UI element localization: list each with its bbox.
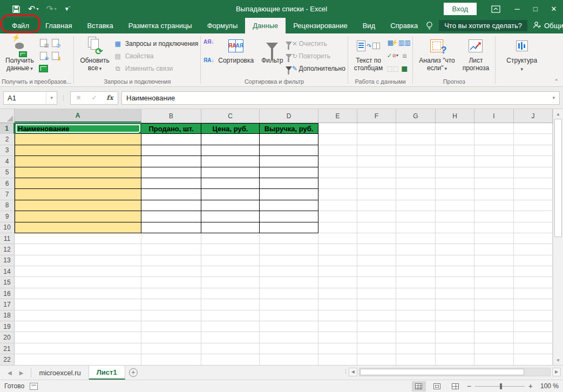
cell-H4[interactable]	[436, 156, 474, 167]
zoom-out-icon[interactable]: −	[467, 382, 471, 390]
edit-links-item[interactable]: ⧉ Изменить связи	[113, 62, 199, 75]
cell-F14[interactable]	[357, 266, 396, 277]
cell-G7[interactable]	[396, 189, 436, 200]
cell-C12[interactable]	[201, 244, 260, 255]
cell-E12[interactable]	[318, 244, 357, 255]
from-table-range-icon[interactable]	[39, 65, 48, 72]
cell-A11[interactable]	[15, 233, 141, 244]
row-header-10[interactable]: 10	[0, 222, 15, 233]
cell-B5[interactable]	[141, 167, 201, 178]
cell-A1[interactable]: Наименование	[15, 123, 141, 134]
cell-G16[interactable]	[396, 288, 436, 299]
insert-function-icon[interactable]: fx	[102, 94, 118, 102]
customize-qat-button[interactable]: ▼̄	[64, 6, 70, 12]
cell-A9[interactable]	[15, 211, 141, 222]
cell-D4[interactable]	[260, 156, 318, 167]
cell-F18[interactable]	[357, 310, 396, 321]
cell-J3[interactable]	[514, 145, 553, 156]
properties-item[interactable]: ▤ Свойства	[113, 50, 199, 62]
cell-J8[interactable]	[514, 200, 553, 211]
relationships-icon[interactable]: ⬚⬚	[388, 64, 397, 73]
cell-H14[interactable]	[436, 266, 474, 277]
cell-H8[interactable]	[436, 200, 474, 211]
cell-H16[interactable]	[436, 288, 474, 299]
cell-I10[interactable]	[474, 222, 514, 233]
cell-G22[interactable]	[396, 354, 436, 365]
cell-A10[interactable]	[15, 222, 141, 233]
cell-C22[interactable]	[201, 354, 260, 365]
cell-G10[interactable]	[396, 222, 436, 233]
cell-A14[interactable]	[15, 266, 141, 277]
cell-B13[interactable]	[141, 255, 201, 266]
cell-I12[interactable]	[474, 244, 514, 255]
cell-I11[interactable]	[474, 233, 514, 244]
cell-C18[interactable]	[201, 310, 260, 321]
clear-filter-item[interactable]: ✕ Очистить	[287, 37, 345, 50]
page-break-view-button[interactable]	[449, 381, 463, 391]
cell-G21[interactable]	[396, 343, 436, 354]
cell-G3[interactable]	[396, 145, 436, 156]
cell-A12[interactable]	[15, 244, 141, 255]
save-icon[interactable]	[12, 5, 21, 13]
scroll-right-icon[interactable]: ▶	[552, 368, 561, 376]
cell-J21[interactable]	[514, 343, 553, 354]
cell-F6[interactable]	[357, 178, 396, 189]
cell-F22[interactable]	[357, 354, 396, 365]
formula-bar-input[interactable]: Наименование ▾	[121, 91, 560, 105]
cell-I1[interactable]	[474, 123, 514, 134]
cell-H19[interactable]	[436, 321, 474, 332]
cell-G14[interactable]	[396, 266, 436, 277]
sheet-nav-left-icon[interactable]: ◀	[8, 370, 12, 376]
cell-A20[interactable]	[15, 332, 141, 343]
sheet-tab-list1[interactable]: Лист1	[89, 366, 125, 380]
row-header-11[interactable]: 11	[0, 233, 15, 244]
row-header-15[interactable]: 15	[0, 277, 15, 288]
cell-E9[interactable]	[318, 211, 357, 222]
cell-D20[interactable]	[260, 332, 318, 343]
cell-H18[interactable]	[436, 310, 474, 321]
cell-H5[interactable]	[436, 167, 474, 178]
cell-A22[interactable]	[15, 354, 141, 365]
zoom-slider-thumb[interactable]	[500, 383, 502, 389]
row-header-16[interactable]: 16	[0, 288, 15, 299]
cell-J1[interactable]	[514, 123, 553, 134]
cell-D22[interactable]	[260, 354, 318, 365]
cell-J20[interactable]	[514, 332, 553, 343]
cell-F4[interactable]	[357, 156, 396, 167]
cell-G5[interactable]	[396, 167, 436, 178]
cell-A6[interactable]	[15, 178, 141, 189]
row-header-18[interactable]: 18	[0, 310, 15, 321]
cell-I5[interactable]	[474, 167, 514, 178]
scroll-down-icon[interactable]: ▼	[553, 355, 563, 365]
undo-button[interactable]: ↶▾	[28, 5, 38, 13]
cell-G20[interactable]	[396, 332, 436, 343]
cell-C14[interactable]	[201, 266, 260, 277]
cell-I16[interactable]	[474, 288, 514, 299]
cell-J17[interactable]	[514, 299, 553, 310]
cell-I14[interactable]	[474, 266, 514, 277]
cell-B8[interactable]	[141, 200, 201, 211]
cell-A8[interactable]	[15, 200, 141, 211]
remove-duplicates-icon[interactable]: ▥▥	[400, 38, 409, 48]
cell-H15[interactable]	[436, 277, 474, 288]
name-box[interactable]: A1 ▾	[3, 91, 57, 105]
manage-data-model-icon[interactable]: ▦	[400, 64, 409, 73]
cell-C9[interactable]	[201, 211, 260, 222]
cell-J18[interactable]	[514, 310, 553, 321]
cell-C10[interactable]	[201, 222, 260, 233]
cell-B11[interactable]	[141, 233, 201, 244]
cell-I4[interactable]	[474, 156, 514, 167]
page-layout-view-button[interactable]	[430, 381, 444, 391]
cell-C6[interactable]	[201, 178, 260, 189]
cell-J10[interactable]	[514, 222, 553, 233]
cell-C20[interactable]	[201, 332, 260, 343]
cell-C13[interactable]	[201, 255, 260, 266]
cell-A18[interactable]	[15, 310, 141, 321]
column-header-F[interactable]: F	[357, 109, 396, 123]
cell-J19[interactable]	[514, 321, 553, 332]
row-header-5[interactable]: 5	[0, 167, 15, 178]
cell-E21[interactable]	[318, 343, 357, 354]
share-button[interactable]: Общий доступ	[533, 21, 563, 31]
cell-H2[interactable]	[436, 134, 474, 145]
cell-D13[interactable]	[260, 255, 318, 266]
